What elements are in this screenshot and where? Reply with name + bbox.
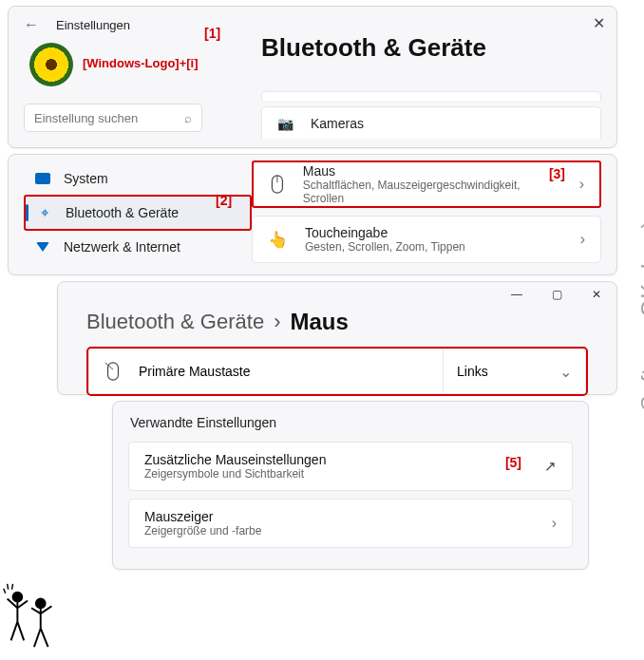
chevron-down-icon: ⌄ <box>559 363 572 381</box>
card-kameras-partial[interactable]: 📷Kameras <box>261 106 601 139</box>
svg-point-5 <box>13 593 23 602</box>
touch-icon: 👆 <box>268 230 288 250</box>
svg-line-16 <box>41 629 48 648</box>
chevron-right-icon: › <box>552 515 557 532</box>
primary-button-select[interactable]: Links ⌄ <box>444 349 586 394</box>
chevron-right-icon: › <box>274 310 280 334</box>
stick-figures-decoration <box>2 580 61 654</box>
settings-header-panel: ✕ ← Einstellungen [Windows-Logo]+[i] Ein… <box>8 6 617 148</box>
bluetooth-icon: ⌖ <box>37 205 52 220</box>
card-title: Mauszeiger <box>144 509 261 524</box>
svg-line-9 <box>11 622 18 641</box>
sidebar-nav: System ⌖Bluetooth & Geräte Netzwerk & In… <box>24 159 252 265</box>
card-label: Kameras <box>311 116 364 131</box>
callout-5: [5] <box>505 455 521 470</box>
back-arrow-icon[interactable]: ← <box>24 16 39 33</box>
related-settings-panel: Verwandte Einstellungen Zusätzliche Maus… <box>112 401 589 570</box>
primary-button-label-area: Primäre Maustaste <box>88 349 444 394</box>
card-title: Zusätzliche Mauseinstellungen <box>144 452 326 467</box>
maximize-icon[interactable]: ▢ <box>537 282 577 307</box>
card-touch[interactable]: 👆 ToucheingabeGesten, Scrollen, Zoom, Ti… <box>252 216 601 263</box>
page-title: Bluetooth & Geräte <box>261 33 601 63</box>
minimize-icon[interactable]: — <box>497 282 537 307</box>
card-mouse-pointer[interactable]: Mauszeiger Zeigergröße und -farbe › <box>128 499 573 548</box>
svg-line-10 <box>17 622 24 641</box>
mouse-icon <box>269 174 286 195</box>
section-header: Verwandte Einstellungen <box>130 415 573 430</box>
nav-label: Bluetooth & Geräte <box>66 205 179 220</box>
svg-rect-2 <box>108 363 119 380</box>
monitor-icon <box>35 171 50 186</box>
settings-search-input[interactable]: Einstellung suchen ⌕ <box>24 104 202 132</box>
external-link-icon: ↗ <box>544 458 557 475</box>
settings-nav-panel: System ⌖Bluetooth & Geräte Netzwerk & In… <box>8 154 617 275</box>
svg-point-11 <box>36 599 46 609</box>
close-icon[interactable]: ✕ <box>577 282 616 307</box>
setting-label: Primäre Maustaste <box>139 364 250 379</box>
callout-3: [3] <box>549 166 565 181</box>
card-title: Maus <box>303 163 562 179</box>
sidebar-item-network[interactable]: Netzwerk & Internet <box>24 231 252 263</box>
callout-2: [2] <box>216 193 232 208</box>
card-subtitle: Zeigersymbole und Sichtbarkeit <box>144 467 326 481</box>
primary-mouse-button-row: Primäre Maustaste Links ⌄ <box>86 347 588 396</box>
nav-label: System <box>64 171 108 186</box>
card-subtitle: Zeigergröße und -farbe <box>144 524 261 537</box>
mouse-settings-panel: — ▢ ✕ Bluetooth & Geräte › Maus Primäre … <box>57 281 617 395</box>
user-avatar-sunflower[interactable] <box>29 43 73 86</box>
breadcrumb-parent[interactable]: Bluetooth & Geräte <box>86 310 264 334</box>
svg-line-15 <box>34 629 41 648</box>
sidebar-item-system[interactable]: System <box>24 162 252 195</box>
mouse-icon <box>104 361 122 382</box>
app-title: Einstellungen <box>56 18 130 32</box>
nav-label: Netzwerk & Internet <box>64 239 180 255</box>
card-title: Toucheingabe <box>305 225 465 240</box>
close-icon[interactable]: ✕ <box>593 14 605 32</box>
search-placeholder: Einstellung suchen <box>34 111 138 125</box>
chevron-right-icon: › <box>579 176 584 193</box>
wifi-icon <box>35 239 50 255</box>
card-subtitle: Gesten, Scrollen, Zoom, Tippen <box>305 240 465 254</box>
card-subtitle: Schaltflächen, Mauszeigergeschwindigkeit… <box>303 179 562 205</box>
breadcrumb: Bluetooth & Geräte › Maus <box>86 309 601 335</box>
svg-line-13 <box>31 608 41 613</box>
watermark-text: www.SoftwareOK.de :-) <box>636 220 644 467</box>
hotkey-annotation: [Windows-Logo]+[i] <box>83 56 199 70</box>
search-icon: ⌕ <box>184 111 192 125</box>
breadcrumb-current: Maus <box>290 309 348 335</box>
window-controls: — ▢ ✕ <box>497 282 616 307</box>
select-value: Links <box>457 364 488 379</box>
camera-icon: 📷 <box>277 116 294 131</box>
chevron-right-icon: › <box>580 231 585 248</box>
callout-1: [1] <box>204 26 220 41</box>
